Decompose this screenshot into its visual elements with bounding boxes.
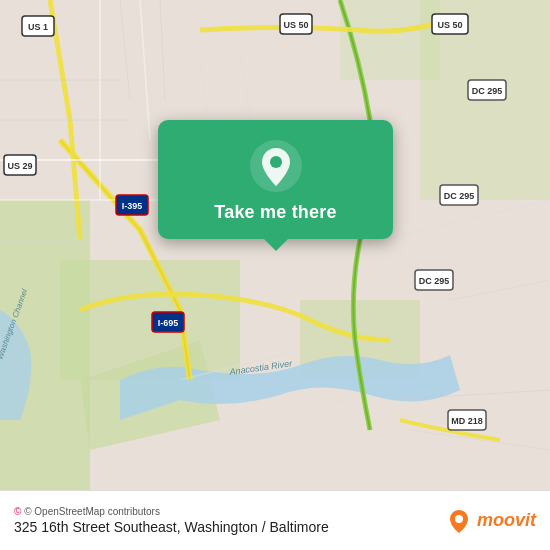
footer: © © OpenStreetMap contributors 325 16th …	[0, 490, 550, 550]
svg-text:DC 295: DC 295	[472, 86, 503, 96]
svg-text:I-695: I-695	[158, 318, 179, 328]
take-me-there-button[interactable]: Take me there	[214, 202, 336, 223]
copyright-symbol: ©	[14, 506, 21, 517]
svg-text:US 29: US 29	[7, 161, 32, 171]
popup-card[interactable]: Take me there	[158, 120, 393, 239]
svg-point-50	[270, 156, 282, 168]
address-text: 325 16th Street Southeast, Washington / …	[14, 519, 329, 535]
moovit-logo: moovit	[445, 507, 536, 535]
svg-text:DC 295: DC 295	[444, 191, 475, 201]
svg-rect-6	[340, 0, 440, 80]
svg-text:MD 218: MD 218	[451, 416, 483, 426]
svg-text:US 50: US 50	[283, 20, 308, 30]
svg-text:I-395: I-395	[122, 201, 143, 211]
footer-left: © © OpenStreetMap contributors 325 16th …	[14, 506, 329, 535]
attribution-label: © OpenStreetMap contributors	[24, 506, 160, 517]
svg-text:US 50: US 50	[437, 20, 462, 30]
moovit-pin-icon	[445, 507, 473, 535]
svg-point-51	[455, 515, 463, 523]
svg-text:US 1: US 1	[28, 22, 48, 32]
attribution-text: © © OpenStreetMap contributors	[14, 506, 329, 517]
location-pin-icon	[250, 140, 302, 192]
moovit-brand-text: moovit	[477, 510, 536, 531]
svg-text:DC 295: DC 295	[419, 276, 450, 286]
map-container[interactable]: US 1 US 29 US 50 I-395 I-695 US 50 DC 29…	[0, 0, 550, 490]
